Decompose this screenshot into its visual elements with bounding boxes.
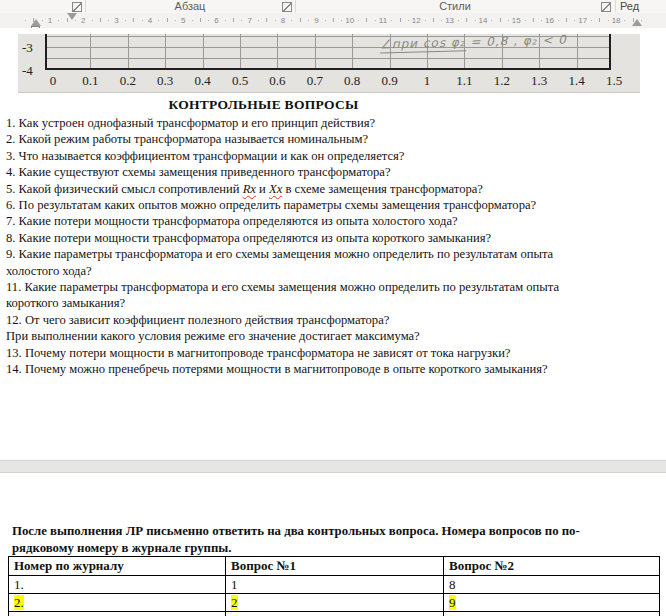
gridline — [315, 34, 316, 69]
ruler-tick — [608, 20, 609, 21]
ruler-number: 5 — [181, 16, 185, 25]
x-tick-label: 0.7 — [307, 73, 323, 89]
question-line[interactable]: 2. Какой режим работы трансформатора наз… — [6, 131, 661, 147]
ruler-tick — [591, 20, 592, 21]
x-tick-label: 1.1 — [456, 73, 472, 89]
hanging-indent-marker[interactable] — [31, 19, 41, 26]
x-tick-label: 0.6 — [269, 73, 285, 89]
ruler-tick — [358, 20, 359, 21]
highlighted-text: 2. — [14, 595, 24, 610]
question-line[interactable]: 1. Как устроен однофазный трансформатор … — [6, 115, 661, 131]
ruler-tick — [341, 20, 342, 21]
ruler-tick — [42, 20, 43, 21]
dialog-launcher-icon[interactable] — [282, 2, 292, 12]
ruler-tick — [391, 20, 392, 21]
dialog-launcher-icon[interactable] — [601, 2, 611, 12]
table-cell[interactable]: 8 — [444, 576, 660, 594]
horizontal-ruler[interactable]: 123456789101112131415161718 — [0, 13, 666, 29]
embedded-graph-image[interactable]: -3-4 00.10.20.30.40.50.60.70.80.911.11.2… — [18, 34, 640, 93]
question-line[interactable]: 6. По результатам каких опытов можно опр… — [6, 197, 661, 213]
ruler-tick — [308, 20, 309, 21]
questions-list[interactable]: 1. Как устроен однофазный трансформатор … — [6, 115, 661, 378]
question-line[interactable]: короткого замыкания? — [6, 295, 661, 311]
first-line-indent-marker[interactable] — [67, 13, 77, 20]
table-cell[interactable]: 2 — [226, 594, 444, 612]
table-cell[interactable]: 1. — [9, 576, 226, 594]
ruler-tick — [375, 20, 376, 21]
question-line[interactable]: 9. Какие параметры трансформатора и его … — [6, 246, 661, 262]
y-tick-label: -4 — [22, 63, 33, 79]
ruler-number: 4 — [148, 16, 152, 25]
misspelled-word: Хх — [269, 182, 282, 196]
table-header-cell[interactable]: Вопрос №2 — [444, 557, 660, 576]
ruler-number: 15 — [512, 16, 521, 25]
gridline — [577, 34, 578, 69]
table-header-cell[interactable]: Вопрос №1 — [226, 557, 444, 576]
x-tick-label: 0.1 — [82, 73, 98, 89]
ruler-tick — [300, 18, 301, 22]
ruler-tick — [333, 18, 334, 22]
ruler-number: 14 — [478, 16, 487, 25]
ruler-tick — [258, 20, 259, 21]
section-heading[interactable]: КОНТРОЛЬНЫЕ ВОПРОСЫ — [0, 97, 527, 113]
question-line[interactable]: 12. От чего зависит коэффициент полезног… — [6, 312, 661, 328]
gridline — [90, 34, 91, 69]
dialog-launcher-icon[interactable] — [72, 2, 82, 12]
gridline — [45, 58, 611, 59]
right-indent-marker[interactable] — [632, 19, 642, 26]
ruler-tick — [533, 18, 534, 22]
question-line[interactable]: холостого хода? — [6, 263, 661, 279]
question-line[interactable]: 11. Какие параметры трансформатора и его… — [6, 279, 661, 295]
ruler-number: 10 — [345, 16, 354, 25]
ruler-tick — [108, 20, 109, 21]
question-line[interactable]: 5. Какой физический смысл сопротивлений … — [6, 181, 661, 197]
ribbon-strip: Абзац Стили Ред — [0, 0, 666, 14]
ruler-tick — [142, 20, 143, 21]
ruler-tick — [241, 20, 242, 21]
gridline — [203, 34, 204, 69]
table-cell[interactable]: 2. — [9, 594, 226, 612]
ruler-tick — [192, 20, 193, 21]
table-cell[interactable]: 9 — [444, 594, 660, 612]
gridline — [240, 34, 241, 69]
assignment-line: После выполнения ЛР письменно ответить н… — [12, 523, 652, 540]
ruler-tick — [508, 20, 509, 21]
x-tick-label: 0.9 — [381, 73, 397, 89]
ruler-tick — [291, 20, 292, 21]
table-cell[interactable]: 1 — [226, 576, 444, 594]
question-line[interactable]: 3. Что называется коэффициентом трансфор… — [6, 148, 661, 164]
ruler-number: 12 — [412, 16, 421, 25]
ruler-tick — [624, 20, 625, 21]
ruler-number: 6 — [214, 16, 218, 25]
question-line[interactable]: 14. Почему можно пренебречь потерями мощ… — [6, 361, 661, 377]
y-tick-label: -3 — [22, 40, 33, 56]
table-row: 2.29 — [9, 594, 660, 612]
question-line[interactable]: 7. Какие потери мощности трансформатора … — [6, 213, 661, 229]
ruler-tick — [100, 18, 101, 22]
ruler-tick — [558, 20, 559, 21]
question-line[interactable]: 8. Какие потери мощности трансформатора … — [6, 230, 661, 246]
x-tick-label: 0.5 — [232, 73, 248, 89]
question-line[interactable]: 4. Какие существуют схемы замещения прив… — [6, 164, 661, 180]
ruler-tick — [275, 20, 276, 21]
question-line[interactable]: При выполнении какого условия режиме его… — [6, 328, 661, 344]
highlighted-text: 9 — [449, 595, 456, 610]
questions-assignment-table[interactable]: Номер по журналуВопрос №1Вопрос №2 1.182… — [8, 556, 660, 616]
document-page-1[interactable]: -3-4 00.10.20.30.40.50.60.70.80.911.11.2… — [0, 28, 666, 460]
assignment-paragraph[interactable]: После выполнения ЛР письменно ответить н… — [12, 523, 652, 557]
ruler-number: 3 — [114, 16, 118, 25]
table-cell[interactable]: 10 — [444, 612, 660, 616]
table-cell[interactable]: 3 — [226, 612, 444, 616]
ruler-tick — [133, 18, 134, 22]
gridline — [352, 34, 353, 69]
table-header-cell[interactable]: Номер по журналу — [9, 557, 226, 576]
ruler-tick — [500, 18, 501, 22]
ruler-tick — [541, 20, 542, 21]
ruler-tick — [233, 18, 234, 22]
table-cell[interactable]: 3. — [9, 612, 226, 616]
ruler-tick — [466, 18, 467, 22]
ribbon-group-styles: Стили — [296, 0, 614, 13]
ruler-tick — [475, 20, 476, 21]
question-line[interactable]: 13. Почему потери мощности в магнитопров… — [6, 345, 661, 361]
ruler-tick — [491, 20, 492, 21]
